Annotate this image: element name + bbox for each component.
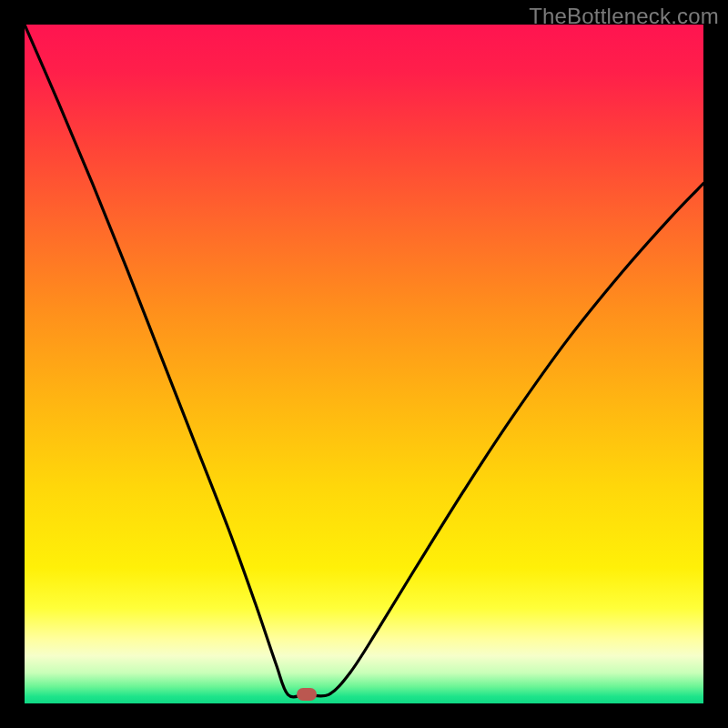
chart-stage: TheBottleneck.com — [0, 0, 728, 728]
plot-area — [25, 25, 703, 703]
optimal-marker — [297, 688, 317, 701]
watermark-text: TheBottleneck.com — [529, 4, 719, 29]
bottleneck-curve — [25, 25, 703, 697]
curve-layer — [25, 25, 703, 703]
